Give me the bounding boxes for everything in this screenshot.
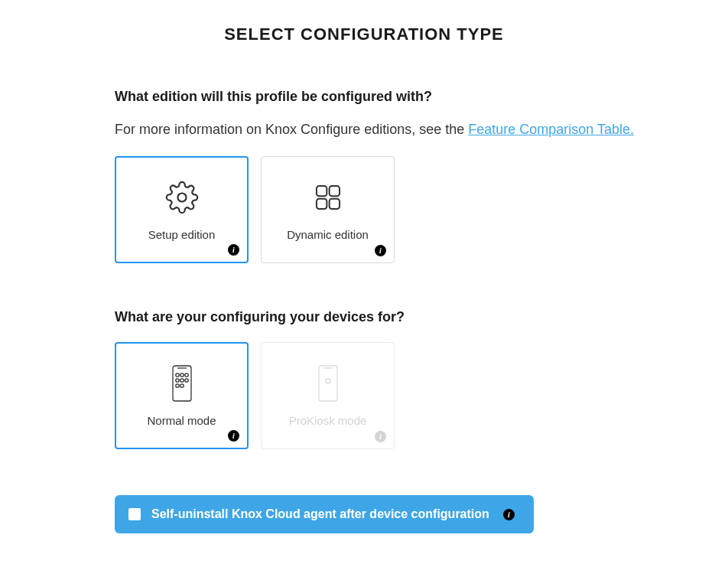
self-uninstall-checkbox[interactable] [128, 508, 141, 520]
dynamic-edition-label: Dynamic edition [287, 228, 369, 241]
edition-info-line: For more information on Knox Configure e… [115, 122, 650, 138]
setup-edition-label: Setup edition [148, 228, 216, 241]
self-uninstall-banner[interactable]: Self-uninstall Knox Cloud agent after de… [115, 495, 534, 533]
grid-icon [313, 179, 343, 216]
page-title: SELECT CONFIGURATION TYPE [0, 24, 728, 44]
prokiosk-mode-card: ProKiosk mode i [261, 342, 395, 449]
svg-point-0 [177, 193, 186, 201]
svg-point-11 [180, 378, 183, 381]
edition-question: What edition will this profile be config… [115, 89, 650, 105]
self-uninstall-label: Self-uninstall Knox Cloud agent after de… [151, 507, 489, 521]
gear-icon [165, 179, 199, 216]
svg-point-13 [175, 383, 178, 386]
feature-comparison-link[interactable]: Feature Comparison Table. [468, 122, 634, 137]
svg-rect-5 [173, 366, 191, 401]
info-icon[interactable]: i [228, 244, 239, 256]
prokiosk-mode-label: ProKiosk mode [289, 414, 367, 427]
svg-point-14 [180, 383, 183, 386]
mode-card-row: Normal mode i ProKiosk mode i [115, 342, 650, 449]
info-icon[interactable]: i [375, 245, 386, 256]
svg-point-9 [184, 373, 187, 376]
phone-apps-icon [168, 365, 196, 402]
svg-rect-4 [329, 198, 339, 208]
normal-mode-card[interactable]: Normal mode i [115, 342, 249, 449]
edition-card-row: Setup edition i Dynamic edition i [115, 156, 650, 263]
svg-point-12 [184, 378, 187, 381]
info-icon[interactable]: i [503, 509, 515, 520]
setup-edition-card[interactable]: Setup edition i [115, 156, 249, 263]
svg-rect-2 [329, 186, 339, 196]
edition-info-text: For more information on Knox Configure e… [115, 122, 468, 137]
dynamic-edition-card[interactable]: Dynamic edition i [261, 156, 395, 263]
mode-question: What are your configuring your devices f… [115, 309, 650, 325]
info-icon[interactable]: i [228, 430, 239, 442]
svg-point-10 [175, 378, 178, 381]
svg-rect-1 [317, 186, 327, 196]
svg-point-8 [180, 373, 183, 376]
svg-point-7 [175, 373, 178, 376]
phone-single-app-icon [314, 365, 342, 402]
normal-mode-label: Normal mode [147, 414, 216, 427]
info-icon: i [375, 431, 386, 442]
svg-rect-3 [317, 198, 327, 208]
svg-point-17 [326, 379, 330, 383]
